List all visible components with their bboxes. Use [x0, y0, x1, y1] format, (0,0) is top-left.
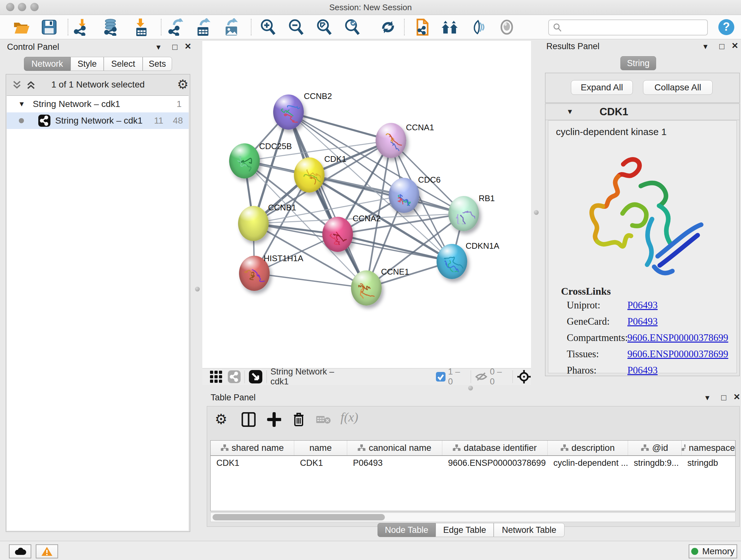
tab-sets[interactable]: Sets: [143, 57, 172, 71]
collapse-arrow-icon[interactable]: ▼: [566, 108, 574, 116]
apply-layout-button[interactable]: [379, 18, 397, 36]
table-cell[interactable]: CDK1: [294, 458, 347, 468]
delete-column-trash-icon[interactable]: [292, 412, 306, 427]
network-row[interactable]: String Network – cdk1 11 48: [7, 112, 189, 129]
show-columns-icon[interactable]: [242, 412, 256, 427]
add-column-plus-icon[interactable]: [267, 412, 281, 427]
network-list-panel: 1 of 1 Network selected ⚙ ▼ String Netwo…: [6, 74, 190, 532]
import-network-from-database-button[interactable]: [102, 18, 119, 36]
grid-view-icon[interactable]: [209, 370, 222, 383]
cloud-status-button[interactable]: [9, 544, 31, 558]
crosslink-link[interactable]: 9606.ENSP00000378699: [627, 332, 728, 344]
table-cell[interactable]: stringdb:9...: [628, 458, 682, 468]
network-node-CCNB1[interactable]: [238, 206, 269, 241]
gene-section-header[interactable]: ▼ CDK1: [545, 104, 739, 120]
bottom-splitter-handle[interactable]: [468, 386, 473, 390]
network-node-CDC6[interactable]: [389, 178, 419, 213]
hidden-eye-slash-icon[interactable]: [475, 371, 487, 382]
memory-button[interactable]: Memory: [689, 544, 737, 558]
column-header-database-identifier[interactable]: database identifier: [442, 441, 548, 455]
column-header--id[interactable]: @id: [628, 441, 682, 455]
gray-eye-button[interactable]: [498, 18, 516, 36]
crosslink-link[interactable]: P06493: [627, 365, 658, 376]
close-panel-icon[interactable]: ✕: [731, 41, 738, 51]
column-type-icon: [453, 444, 461, 451]
expand-all-button[interactable]: Expand All: [571, 80, 633, 95]
network-node-CDKN1A[interactable]: [436, 244, 467, 279]
float-panel-icon[interactable]: ▾: [703, 42, 708, 51]
save-session-button[interactable]: [40, 18, 58, 36]
network-node-CCNA1[interactable]: [376, 123, 406, 158]
zoom-fit-button[interactable]: [315, 18, 333, 36]
network-node-CDK1[interactable]: [294, 158, 325, 192]
tab-string[interactable]: String: [620, 56, 656, 70]
column-header-namespace[interactable]: namespace: [682, 441, 735, 455]
fit-selected-crosshair-icon[interactable]: [517, 369, 531, 384]
column-header-description[interactable]: description: [548, 441, 628, 455]
tab-node-table[interactable]: Node Table: [378, 523, 435, 537]
network-label: String Network – cdk1: [55, 116, 143, 126]
hide-glass-eye-button[interactable]: [469, 18, 487, 36]
open-session-button[interactable]: [13, 18, 30, 36]
import-network-button[interactable]: [73, 18, 91, 36]
column-header-name[interactable]: name: [294, 441, 347, 455]
tab-select[interactable]: Select: [104, 57, 143, 71]
tab-style[interactable]: Style: [71, 57, 104, 71]
horizontal-scrollbar[interactable]: [210, 512, 736, 522]
node-label-HIST1H1A: HIST1H1A: [264, 253, 303, 263]
zoom-in-button[interactable]: [259, 18, 277, 36]
network-node-CCNA2[interactable]: [322, 217, 353, 252]
export-table-button[interactable]: [195, 18, 212, 36]
close-panel-icon[interactable]: ✕: [733, 392, 740, 402]
search-box: [548, 19, 708, 36]
selected-checkbox-icon[interactable]: [435, 372, 446, 382]
network-collection-row[interactable]: ▼ String Network – cdk1 1: [7, 96, 189, 112]
float-panel-icon[interactable]: ▾: [156, 42, 160, 52]
tab-network-table[interactable]: Network Table: [494, 523, 564, 537]
string-import-document-button[interactable]: [413, 18, 431, 36]
network-node-CCNB2[interactable]: [273, 95, 304, 130]
right-splitter-handle[interactable]: [534, 210, 539, 215]
network-node-CDC25B[interactable]: [229, 143, 260, 179]
float-panel-icon[interactable]: ▾: [705, 393, 710, 402]
string-homes-button[interactable]: [441, 18, 459, 36]
network-canvas[interactable]: CCNB2CCNA1CDC25BCDK1CDC6RB1CCNB1CCNA2CDK…: [202, 41, 531, 368]
warning-icon: [41, 547, 53, 556]
collapse-arrow-icon[interactable]: ▼: [18, 100, 25, 108]
close-panel-icon[interactable]: ✕: [185, 42, 192, 51]
column-header-shared-name[interactable]: shared name: [211, 441, 294, 455]
crosslink-link[interactable]: P06493: [627, 316, 658, 327]
search-input[interactable]: [565, 22, 707, 33]
tab-network[interactable]: Network: [24, 57, 71, 71]
left-splitter-handle[interactable]: [195, 287, 200, 292]
maximize-panel-icon[interactable]: □: [719, 42, 724, 51]
tab-edge-table[interactable]: Edge Table: [435, 523, 494, 537]
table-cell[interactable]: CDK1: [211, 458, 294, 468]
network-node-CCNE1[interactable]: [351, 270, 382, 306]
maximize-panel-icon[interactable]: □: [721, 393, 726, 402]
import-table-button[interactable]: [132, 18, 150, 36]
warning-status-button[interactable]: [36, 544, 58, 558]
network-options-gear-icon[interactable]: ⚙: [177, 77, 189, 91]
string-view-icon[interactable]: [227, 370, 241, 383]
column-header-canonical-name[interactable]: canonical name: [347, 441, 442, 455]
table-cell[interactable]: 9606.ENSP00000378699: [442, 458, 548, 468]
table-settings-gear-icon[interactable]: ⚙: [215, 411, 227, 427]
table-cell[interactable]: stringdb: [682, 458, 735, 468]
edge-count: 48: [173, 116, 183, 126]
export-network-button[interactable]: [167, 18, 185, 36]
zoom-out-button[interactable]: [287, 18, 305, 36]
export-image-button[interactable]: [223, 18, 241, 36]
birds-eye-view-icon[interactable]: [249, 370, 262, 384]
crosslink-link[interactable]: 9606.ENSP00000378699: [627, 348, 728, 360]
help-button[interactable]: ?: [718, 18, 735, 36]
scrollbar-thumb[interactable]: [212, 514, 385, 520]
table-cell[interactable]: P06493: [347, 458, 442, 468]
maximize-panel-icon[interactable]: □: [172, 42, 178, 52]
table-cell[interactable]: cyclin-dependent ...: [548, 458, 628, 468]
table-row[interactable]: CDK1CDK1P064939606.ENSP00000378699cyclin…: [211, 456, 735, 470]
network-node-RB1[interactable]: [448, 196, 479, 231]
collapse-all-button[interactable]: Collapse All: [643, 80, 713, 95]
zoom-selected-button[interactable]: [343, 18, 361, 36]
crosslink-link[interactable]: P06493: [627, 300, 658, 311]
